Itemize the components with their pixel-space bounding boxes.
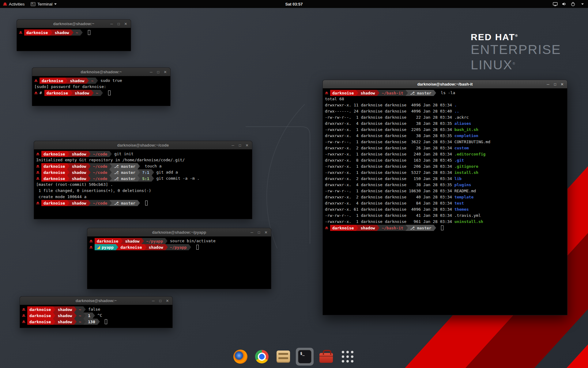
powerline-arrow: [138, 200, 140, 206]
powerline-arrow: [71, 29, 74, 36]
terminal-cursor: [105, 319, 107, 324]
window-titlebar[interactable]: darknoise@shadow:~─□✕: [20, 297, 172, 305]
powerline-arrow: [434, 90, 436, 96]
terminal-text: [191, 244, 196, 250]
powerline-arrow: [65, 78, 68, 84]
terminal-text: create mode 100644 a: [36, 194, 86, 200]
terminal-line: [master (root-commit) 50bcb63] .: [36, 182, 250, 188]
maximize-button[interactable]: □: [156, 70, 161, 74]
powerline-arrow: [120, 238, 123, 244]
terminal-line: darknoiseshadow~/code git init: [36, 151, 250, 157]
terminal-content[interactable]: darknoiseshadow~/pyapp source bin/activa…: [87, 236, 271, 289]
window-titlebar[interactable]: darknoise@shadow:~─□✕: [17, 20, 131, 28]
close-button[interactable]: ✕: [123, 22, 128, 26]
powerline-arrow: [109, 200, 112, 206]
terminal-text: install.sh: [454, 170, 478, 176]
terminal-line: -rwxrwxr-x. 1 darknoise darknoise 5327 J…: [325, 170, 565, 176]
close-button[interactable]: ✕: [165, 299, 170, 303]
prompt-segment: ~/bash-it: [379, 225, 405, 231]
dock-item-firefox[interactable]: [232, 348, 249, 366]
terminal-window[interactable]: darknoise@shadow:~/pyapp─□✕darknoiseshad…: [87, 228, 271, 289]
terminal-window[interactable]: darknoise@shadow:~─□✕darknoiseshadow~: [17, 19, 131, 51]
dock-item-terminal[interactable]: [296, 348, 314, 366]
redhat-prompt-icon: [36, 175, 41, 182]
prompt-segment: 1: [86, 312, 92, 319]
terminal-text: -rwxrwxr-x. 1 darknoise darknoise 206 Ja…: [325, 163, 454, 170]
window-titlebar[interactable]: darknoise@shadow:~─□✕: [32, 68, 170, 76]
powerline-arrow: [138, 175, 140, 182]
minimize-button[interactable]: ─: [151, 299, 156, 303]
terminal-window[interactable]: darknoise@shadow:~/code─□✕darknoiseshado…: [34, 141, 252, 219]
terminal-line: darknoiseshadow~/code⎇ master: [36, 200, 250, 206]
window-titlebar[interactable]: darknoise@shadow:~/pyapp─□✕: [87, 228, 271, 236]
prompt-segment: shadow: [55, 319, 74, 325]
close-button[interactable]: ✕: [560, 82, 565, 86]
terminal-text: .git: [454, 157, 464, 163]
system-status-area[interactable]: [553, 2, 588, 6]
powerline-arrow: [67, 151, 70, 157]
minimize-button[interactable]: ─: [149, 70, 154, 74]
window-title: darknoise@shadow:~/code: [117, 143, 169, 148]
terminal-text: custom: [454, 145, 469, 151]
terminal-content[interactable]: darknoiseshadow~ sudo true[sudo] passwor…: [32, 76, 170, 106]
terminal-text: README.md: [454, 188, 476, 194]
prompt-segment: shadow: [70, 163, 88, 169]
powerline-arrow: [88, 200, 91, 206]
terminal-line: pyappdarknoiseshadow~/pyapp: [89, 244, 269, 250]
redhat-prompt-icon: [89, 244, 95, 250]
dock-item-toolbox[interactable]: [317, 348, 335, 366]
minimize-button[interactable]: ─: [249, 230, 254, 235]
redhat-prompt-icon: [22, 312, 27, 319]
minimize-button[interactable]: ─: [545, 82, 551, 86]
powerline-arrow: [138, 163, 140, 169]
terminal-window[interactable]: darknoise@shadow:~/bash-it─□✕darknoisesh…: [322, 80, 567, 315]
python-icon: [97, 246, 100, 249]
terminal-content[interactable]: darknoiseshadow~ falsedarknoiseshadow~1 …: [20, 305, 172, 328]
terminal-text: -rw-rw-r--. 1 darknoise darknoise 3622 J…: [325, 139, 454, 145]
redhat-prompt-icon: [19, 29, 24, 36]
powerline-arrow: [67, 169, 70, 175]
chevron-down-icon: [581, 3, 584, 5]
terminal-text: .editorconfig: [454, 151, 486, 157]
terminal-line: drwxrwxr-x. 4 darknoise darknoise 84 Jan…: [325, 200, 565, 206]
prompt-segment: ~: [74, 29, 80, 36]
terminal-line: # darknoiseshadow~: [34, 90, 168, 96]
terminal-content[interactable]: darknoiseshadow~: [17, 28, 131, 51]
terminal-text: template: [454, 194, 474, 200]
prompt-segment: ⎇ master: [112, 200, 138, 206]
maximize-button[interactable]: □: [552, 82, 558, 86]
terminal-window[interactable]: darknoise@shadow:~─□✕darknoiseshadow~ fa…: [20, 296, 173, 328]
terminal-line: drwxrwxr-x. 4 darknoise darknoise 38 Jan…: [325, 182, 565, 188]
app-menu-terminal[interactable]: Terminal: [28, 0, 60, 8]
window-titlebar[interactable]: darknoise@shadow:~/bash-it─□✕: [323, 80, 567, 88]
dock-item-app-grid[interactable]: [339, 348, 356, 366]
prompt-segment: shadow: [52, 29, 71, 36]
prompt-segment: ~: [77, 312, 83, 319]
terminal-line: 1 file changed, 0 insertions(+), 0 delet…: [36, 188, 250, 194]
terminal-content[interactable]: darknoiseshadow~/code git initInitialize…: [34, 149, 252, 219]
prompt-segment: darknoise: [24, 29, 50, 36]
close-button[interactable]: ✕: [263, 230, 269, 235]
close-button[interactable]: ✕: [163, 70, 168, 74]
terminal-window[interactable]: darknoise@shadow:~─□✕darknoiseshadow~ su…: [32, 67, 171, 106]
window-titlebar[interactable]: darknoise@shadow:~/code─□✕: [34, 141, 252, 149]
maximize-button[interactable]: □: [158, 299, 163, 303]
terminal-line: darknoiseshadow~/bash-it⎇ master ls -la: [325, 90, 565, 96]
maximize-button[interactable]: □: [237, 143, 243, 148]
minimize-button[interactable]: ─: [109, 22, 114, 26]
activities-button[interactable]: Activities: [0, 0, 28, 8]
powerline-arrow: [53, 319, 55, 325]
prompt-segment: shadow: [73, 90, 91, 96]
maximize-button[interactable]: □: [116, 22, 121, 26]
clock[interactable]: Sat 03:57: [285, 2, 303, 6]
prompt-segment: darknoise: [330, 225, 356, 231]
close-button[interactable]: ✕: [244, 143, 250, 148]
terminal-text: .: [454, 102, 457, 108]
terminal-line: darknoiseshadow~/code⎇ master touch a: [36, 163, 250, 169]
maximize-button[interactable]: □: [256, 230, 262, 235]
terminal-content[interactable]: darknoiseshadow~/bash-it⎇ master ls -lat…: [323, 88, 567, 315]
terminal-text: #: [40, 90, 44, 96]
dock-item-chrome[interactable]: [253, 348, 271, 366]
minimize-button[interactable]: ─: [230, 143, 236, 148]
dock-item-files[interactable]: [274, 348, 292, 366]
